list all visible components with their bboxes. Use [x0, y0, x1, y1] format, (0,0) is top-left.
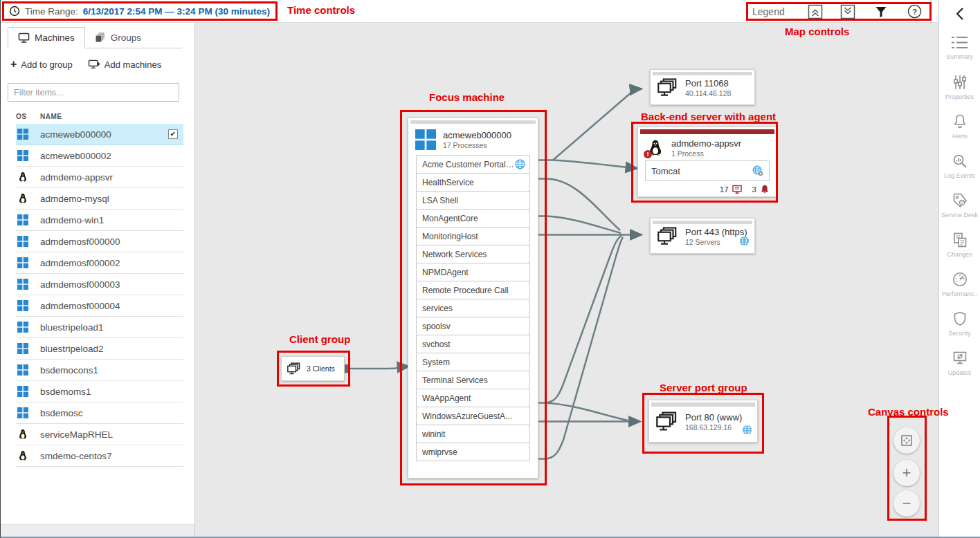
process-row[interactable]: WaAppAgent — [416, 389, 530, 407]
panel-item-security[interactable]: Security — [939, 304, 980, 343]
port-11068-node[interactable]: Port 11068 40.114.46.128 — [650, 69, 755, 105]
panel-item-label: Service Desk — [941, 212, 978, 219]
process-row[interactable]: HealthService — [416, 173, 530, 192]
port-11068-ip: 40.114.46.128 — [685, 89, 731, 98]
windows-icon — [17, 343, 28, 354]
double-chevron-up-icon — [808, 4, 823, 19]
tomcat-process-name: Tomcat — [651, 166, 752, 176]
time-range-value[interactable]: 6/13/2017 2:54 PM — 3:24 PM (30 minutes) — [83, 6, 270, 17]
process-row[interactable]: wininit — [416, 425, 530, 443]
top-bar: Time Range: 6/13/2017 2:54 PM — 3:24 PM … — [1, 0, 939, 23]
process-name: Remote Procedure Call — [422, 286, 525, 295]
map-canvas[interactable] — [195, 23, 939, 537]
log-search-icon — [952, 153, 968, 169]
changes-icon — [952, 232, 968, 248]
port-443-node[interactable]: Port 443 (https) 12 Servers — [650, 218, 755, 254]
machine-row[interactable]: bsdemoms1 ✔ — [16, 381, 183, 402]
windows-icon — [17, 364, 28, 375]
tab-machines[interactable]: Machines — [8, 27, 85, 48]
panel-item-log-events[interactable]: Log Events — [939, 146, 980, 185]
add-machines-button[interactable]: Add machines — [88, 59, 161, 70]
process-row[interactable]: LSA Shell — [416, 191, 530, 210]
process-row[interactable]: System — [416, 353, 530, 371]
machine-row[interactable]: serviceMapRHEL ✔ — [16, 424, 183, 445]
selected-checkbox[interactable]: ✔ — [168, 129, 178, 139]
process-row[interactable]: spoolsv — [416, 317, 530, 335]
machine-row[interactable]: smdemo-centos7 ✔ — [16, 445, 183, 467]
machine-name: admdemo-appsvr — [40, 172, 183, 183]
expand-all-button[interactable] — [837, 4, 860, 19]
process-name: Acme Customer Portal ... — [422, 160, 515, 169]
double-chevron-down-icon — [840, 4, 855, 19]
process-row[interactable]: NPMDAgent — [416, 263, 530, 281]
windows-icon — [17, 150, 28, 161]
machine-group-icon — [657, 78, 678, 98]
panel-item-performance[interactable]: Performanc.. — [939, 264, 980, 304]
process-row[interactable]: services — [416, 299, 530, 317]
panel-item-alerts[interactable]: Alerts — [939, 106, 980, 146]
machine-row[interactable]: admdemo-mysql ✔ — [16, 188, 183, 210]
map-controls-bar: Legend ? — [746, 2, 932, 21]
client-group-node[interactable]: 3 Clients — [281, 356, 345, 381]
port-80-node[interactable]: Port 80 (www) 168.63.129.16 — [648, 400, 758, 443]
tab-groups[interactable]: Groups — [85, 27, 151, 48]
focus-machine-node[interactable]: acmeweb000000 17 Processes Acme Customer… — [408, 118, 538, 479]
panel-item-updates[interactable]: Updates — [939, 343, 980, 382]
panel-item-properties[interactable]: Properties — [939, 67, 980, 106]
machine-row[interactable]: acmeweb000000 ✔ — [16, 124, 183, 145]
backend-server-node[interactable]: ! admdemo-appsvr 1 Process Tomcat 17 — [637, 127, 777, 197]
collapse-panel-button[interactable] — [939, 4, 980, 24]
machine-alert-count: 17 — [720, 185, 729, 194]
process-row[interactable]: Remote Procedure Call — [416, 281, 530, 299]
tomcat-process-row[interactable]: Tomcat — [645, 160, 770, 181]
legend-label[interactable]: Legend — [752, 6, 785, 17]
time-range-control[interactable]: Time Range: 6/13/2017 2:54 PM — 3:24 PM … — [2, 1, 278, 21]
process-row[interactable]: MonitoringHost — [416, 227, 530, 245]
process-row[interactable]: WindowsAzureGuestA... — [416, 407, 530, 425]
machine-name: bluestripeload2 — [40, 344, 183, 354]
details-panel: Summary Properties Alerts — [938, 0, 980, 537]
process-row[interactable]: Terminal Services — [416, 371, 530, 389]
process-name: WindowsAzureGuestA... — [422, 411, 525, 421]
process-row[interactable]: wmiprvse — [416, 443, 530, 461]
zoom-out-button[interactable]: − — [893, 490, 920, 517]
filter-button[interactable] — [870, 4, 892, 19]
machine-row[interactable]: bsdemocons1 ✔ — [16, 360, 183, 381]
add-machine-icon — [88, 59, 100, 70]
add-to-group-button[interactable]: + Add to group — [10, 59, 73, 70]
question-mark-icon: ? — [907, 4, 922, 19]
ticket-tag-icon — [952, 192, 968, 209]
process-row[interactable]: Network Services — [416, 245, 530, 263]
zoom-in-button[interactable]: + — [893, 460, 920, 486]
process-row[interactable]: svchost — [416, 335, 530, 353]
port-11068-content: Port 11068 40.114.46.128 — [651, 75, 754, 100]
horizontal-scrollbar[interactable] — [1, 524, 194, 537]
panel-item-service-desk[interactable]: Service Desk — [939, 185, 980, 225]
machine-row[interactable]: admdemo-win1 ✔ — [16, 210, 183, 231]
machine-group-icon — [656, 411, 678, 432]
fit-to-screen-button[interactable] — [893, 427, 920, 454]
process-row[interactable]: Acme Customer Portal ... — [416, 155, 530, 174]
collapse-all-button[interactable] — [804, 4, 826, 19]
process-name: spoolsv — [422, 322, 525, 331]
machine-row[interactable]: admdemosf000002 ✔ — [16, 252, 183, 274]
machine-row[interactable]: acmeweb000002 ✔ — [16, 145, 183, 167]
process-row[interactable]: MonAgentCore — [416, 209, 530, 228]
port-443-title: Port 443 (https) — [685, 227, 747, 237]
machine-row[interactable]: bluestripeload1 ✔ — [16, 317, 183, 338]
machine-row[interactable]: admdemosf000000 ✔ — [16, 231, 183, 252]
help-button[interactable]: ? — [903, 4, 925, 19]
bell-icon — [952, 113, 968, 130]
machine-row[interactable]: admdemosf000004 ✔ — [16, 295, 183, 317]
machine-row[interactable]: admdemosf000003 ✔ — [16, 274, 183, 295]
alert-count: 3 — [752, 185, 756, 194]
machine-row[interactable]: bsdemosc ✔ — [16, 402, 183, 424]
panel-item-changes[interactable]: Changes — [939, 225, 980, 264]
filter-input[interactable] — [8, 83, 179, 102]
machine-name: bsdemocons1 — [40, 365, 183, 375]
panel-item-summary[interactable]: Summary — [939, 28, 980, 67]
machine-name: smdemo-centos7 — [40, 451, 183, 461]
machine-row[interactable]: admdemo-appsvr ✔ — [16, 167, 183, 188]
process-name: MonAgentCore — [422, 214, 525, 223]
machine-row[interactable]: bluestripeload2 ✔ — [16, 338, 183, 360]
